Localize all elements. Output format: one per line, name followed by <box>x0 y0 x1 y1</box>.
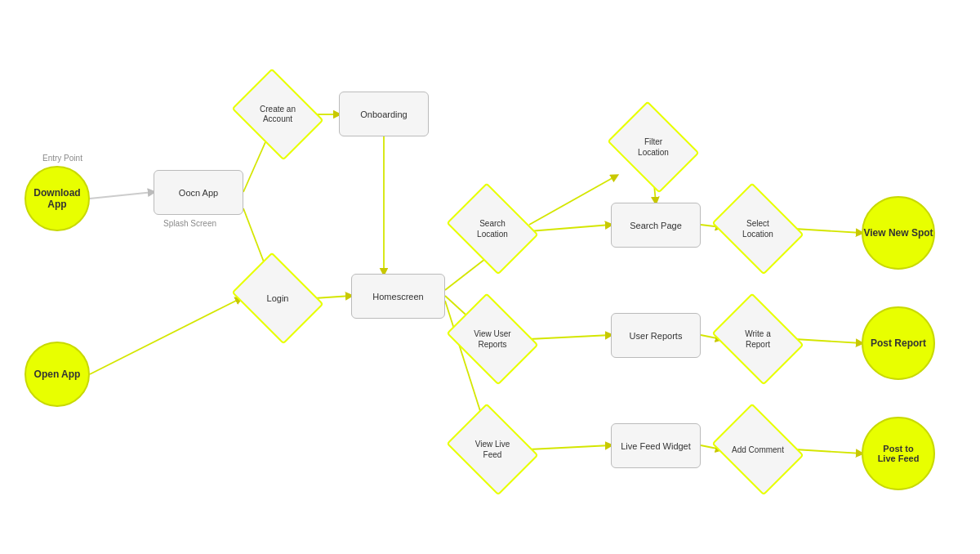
live-feed-widget-node: Live Feed Widget <box>611 423 701 468</box>
post-report-node: Post Report <box>862 306 935 380</box>
write-report-node: Write aReport <box>721 311 795 368</box>
svg-line-8 <box>314 296 351 298</box>
flow-diagram: Entry Point Download App Open App Oocn A… <box>0 0 980 554</box>
user-reports-node: User Reports <box>611 313 701 358</box>
post-report-label: Post Report <box>871 337 926 349</box>
open-app-node: Open App <box>24 342 90 407</box>
svg-line-17 <box>529 335 611 339</box>
onboarding-label: Onboarding <box>360 109 408 119</box>
oocn-app-node: Oocn App <box>154 170 243 215</box>
view-new-spot-node: View New Spot <box>862 196 935 270</box>
post-live-feed-label: Post toLive Feed <box>878 444 920 463</box>
svg-line-12 <box>529 176 617 225</box>
search-page-node: Search Page <box>611 203 701 248</box>
svg-line-16 <box>795 229 862 233</box>
live-feed-widget-label: Live Feed Widget <box>621 441 691 451</box>
download-app-label: Download App <box>26 187 88 210</box>
download-app-node: Download App <box>24 166 90 231</box>
splash-screen-label: Splash Screen <box>163 219 216 228</box>
select-location-node: SelectLocation <box>721 200 795 257</box>
svg-line-22 <box>795 449 862 453</box>
create-account-node: Create anAccount <box>241 86 314 143</box>
search-location-node: SearchLocation <box>456 200 529 257</box>
filter-location-node: FilterLocation <box>617 118 690 176</box>
view-new-spot-label: View New Spot <box>863 227 933 239</box>
svg-line-3 <box>90 298 241 374</box>
view-user-reports-node: View UserReports <box>456 311 529 368</box>
svg-line-20 <box>529 445 611 449</box>
entry-point-label: Entry Point <box>42 154 82 163</box>
homescreen-node: Homescreen <box>351 274 445 319</box>
login-node: Login <box>241 270 314 327</box>
view-live-feed-node: View LiveFeed <box>456 421 529 478</box>
oocn-app-label: Oocn App <box>179 188 218 198</box>
user-reports-label: User Reports <box>630 331 683 341</box>
post-live-feed-node: Post toLive Feed <box>862 417 935 490</box>
svg-line-2 <box>90 192 154 199</box>
svg-line-19 <box>795 339 862 343</box>
add-comment-node: Add Comment <box>721 421 795 478</box>
svg-line-13 <box>529 225 611 231</box>
homescreen-label: Homescreen <box>372 292 423 302</box>
onboarding-node: Onboarding <box>339 92 429 136</box>
search-page-label: Search Page <box>630 221 682 230</box>
open-app-label: Open App <box>34 369 81 380</box>
